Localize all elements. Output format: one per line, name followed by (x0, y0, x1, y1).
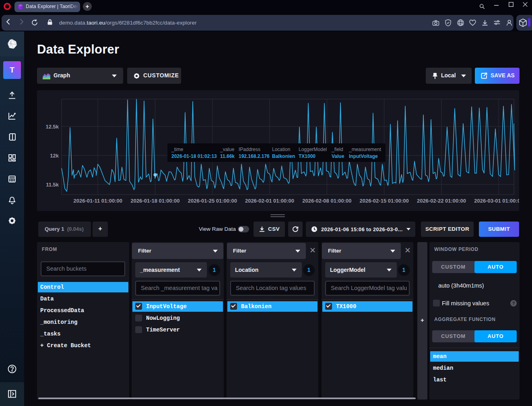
svg-text:11.5k: 11.5k (46, 182, 59, 188)
svg-text:12.5k: 12.5k (45, 124, 59, 130)
svg-text:12k: 12k (50, 153, 59, 159)
svg-text:2026-02-15 01:00:00: 2026-02-15 01:00:00 (360, 198, 409, 204)
svg-text:2026-01-25 01:00:00: 2026-01-25 01:00:00 (188, 198, 237, 204)
svg-text:A: A (461, 22, 464, 26)
svg-text:2026-02-08 01:00:00: 2026-02-08 01:00:00 (302, 198, 351, 204)
svg-text:2026-02-22 01:00:00: 2026-02-22 01:00:00 (417, 198, 466, 204)
svg-text:2026-01-11 01:00:00: 2026-01-11 01:00:00 (73, 198, 122, 204)
svg-text:2026-01-18 01:00:00: 2026-01-18 01:00:00 (130, 198, 179, 204)
svg-text:2026-03-01 01:00:00: 2026-03-01 01:00:00 (474, 198, 519, 204)
svg-text:2026-02-01 01:00:00: 2026-02-01 01:00:00 (245, 198, 294, 204)
